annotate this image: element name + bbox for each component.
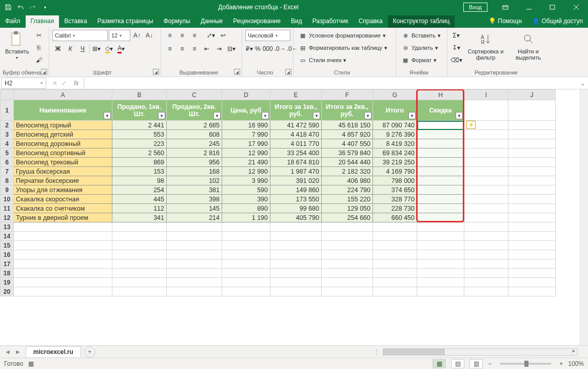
table-header[interactable]: Продано, 1кв.Шт.▾ [112, 100, 167, 121]
tab-view[interactable]: Вид [286, 15, 307, 28]
cell[interactable] [270, 250, 322, 259]
cell-value[interactable]: 2 560 [112, 148, 167, 158]
row-header-14[interactable]: 14 [1, 232, 14, 241]
cell-value[interactable]: 328 770 [373, 195, 417, 204]
cell[interactable] [464, 167, 508, 176]
cell-value[interactable]: 254 [112, 185, 167, 195]
cell-value[interactable]: 69 834 240 [373, 148, 417, 158]
cell[interactable] [222, 222, 270, 232]
row-header-2[interactable]: 2 [1, 121, 14, 130]
zoom-out-icon[interactable]: − [488, 360, 492, 367]
cell[interactable] [14, 222, 112, 232]
cell-value[interactable]: 406 980 [322, 176, 373, 185]
cell-value[interactable]: 445 [112, 195, 167, 204]
ribbon-options-icon[interactable] [494, 0, 517, 14]
delete-cells-button[interactable]: ⊖Удалить ▾ [399, 42, 444, 53]
expand-formula-icon[interactable]: ⌄ [578, 80, 588, 87]
cell[interactable] [270, 241, 322, 250]
qat-customize-icon[interactable]: ▾ [40, 2, 50, 12]
cell[interactable] [417, 232, 464, 241]
cell[interactable] [373, 269, 417, 278]
minimize-icon[interactable] [517, 0, 541, 14]
cell-value[interactable]: 36 579 840 [322, 148, 373, 158]
cell-name[interactable]: Упоры для отжимания [14, 185, 112, 195]
shrink-font-icon[interactable]: A↓ [144, 30, 155, 41]
cell[interactable] [464, 176, 508, 185]
cell[interactable] [508, 130, 556, 139]
cell[interactable] [464, 250, 508, 259]
row-header-8[interactable]: 8 [1, 176, 14, 185]
find-select-button[interactable]: Найти и выделить [509, 30, 547, 68]
cell[interactable] [373, 259, 417, 269]
autosum-icon[interactable]: Σ▾ [450, 30, 462, 41]
cell-value[interactable]: 956 [167, 158, 222, 167]
cell[interactable] [167, 269, 222, 278]
close-icon[interactable] [564, 0, 588, 14]
cell[interactable] [322, 287, 373, 296]
cell-discount[interactable] [417, 139, 464, 148]
cell-name[interactable]: Велосипед трековый [14, 158, 112, 167]
sheet-next-icon[interactable]: ► [13, 348, 23, 356]
zoom-level[interactable]: 100% [568, 360, 584, 367]
comma-icon[interactable]: 000 [262, 43, 273, 54]
cell[interactable] [322, 269, 373, 278]
cell-value[interactable]: 173 550 [270, 195, 322, 204]
col-header-J[interactable]: J [508, 90, 556, 100]
cell[interactable] [373, 222, 417, 232]
border-icon[interactable]: ⊞▾ [91, 43, 102, 54]
cell-value[interactable]: 102 [167, 176, 222, 185]
cell-value[interactable]: 20 544 440 [322, 158, 373, 167]
orientation-icon[interactable]: ⤢▾ [205, 30, 217, 41]
cell-value[interactable]: 381 [167, 185, 222, 195]
accounting-icon[interactable]: ₽▾ [245, 43, 253, 54]
cell-discount[interactable] [417, 195, 464, 204]
cell-value[interactable]: 4 418 470 [270, 130, 322, 139]
row-header-5[interactable]: 5 [1, 148, 14, 158]
cell[interactable] [464, 100, 508, 121]
italic-button[interactable]: К [65, 43, 76, 54]
cell[interactable] [222, 232, 270, 241]
format-cells-button[interactable]: ▦Формат ▾ [399, 54, 444, 66]
row-header-9[interactable]: 9 [1, 185, 14, 195]
filter-icon[interactable]: ▾ [408, 112, 416, 119]
col-header-H[interactable]: H [417, 90, 464, 100]
col-header-D[interactable]: D [222, 90, 270, 100]
vertical-scrollbar[interactable] [580, 89, 588, 345]
table-header[interactable]: Цена, руб▾ [222, 100, 270, 121]
zoom-slider[interactable] [500, 363, 551, 365]
cell-discount[interactable] [417, 121, 464, 130]
row-header-20[interactable]: 20 [1, 287, 14, 296]
cell[interactable] [270, 232, 322, 241]
tab-formulas[interactable]: Формулы [159, 15, 195, 28]
cell[interactable] [508, 195, 556, 204]
cell[interactable] [222, 241, 270, 250]
cell[interactable] [464, 213, 508, 222]
cell[interactable] [417, 250, 464, 259]
cell-value[interactable]: 390 [222, 195, 270, 204]
undo-icon[interactable] [15, 2, 26, 12]
cell[interactable] [112, 259, 167, 269]
cell-value[interactable]: 798 000 [373, 176, 417, 185]
cell-value[interactable]: 224 790 [322, 185, 373, 195]
horizontal-scrollbar[interactable]: ◄► [383, 348, 578, 356]
sheet-tab[interactable]: microexcel.ru [26, 346, 81, 357]
row-header-7[interactable]: 7 [1, 167, 14, 176]
cut-icon[interactable]: ✂ [33, 30, 45, 41]
cell-value[interactable]: 553 [112, 130, 167, 139]
cell[interactable] [417, 269, 464, 278]
font-launcher-icon[interactable]: ◢ [153, 69, 159, 75]
cell-styles-button[interactable]: ▭Стили ячеек ▾ [297, 54, 393, 66]
cell[interactable] [508, 167, 556, 176]
bold-button[interactable]: Ж [52, 43, 64, 54]
cell[interactable] [508, 259, 556, 269]
cell-discount[interactable] [417, 176, 464, 185]
align-right-icon[interactable]: ≡ [189, 43, 200, 54]
cell[interactable] [14, 287, 112, 296]
cell-value[interactable]: 12 990 [222, 148, 270, 158]
row-header-11[interactable]: 11 [1, 204, 14, 213]
cell-value[interactable]: 9 276 390 [373, 130, 417, 139]
col-header-F[interactable]: F [322, 90, 373, 100]
cell-name[interactable]: Турник в дверной проем [14, 213, 112, 222]
tellme-button[interactable]: 💡 Помощн [483, 15, 527, 28]
cell-value[interactable]: 869 [112, 158, 167, 167]
